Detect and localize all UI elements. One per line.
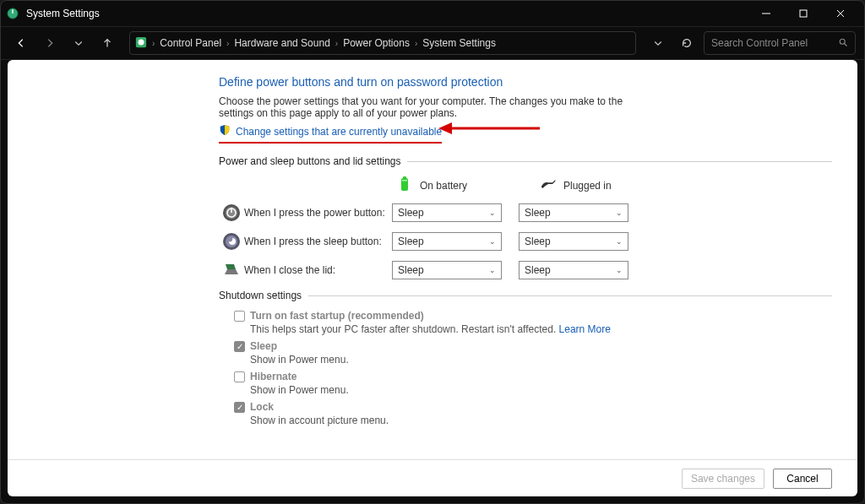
power-battery-select[interactable]: Sleep⌄ — [392, 203, 502, 222]
app-icon — [6, 7, 19, 20]
option-label: Turn on fast startup (recommended) — [250, 310, 424, 322]
option-sub: Show in account picture menu. — [250, 415, 832, 426]
page-heading: Define power buttons and turn on passwor… — [219, 75, 832, 89]
breadcrumb-item[interactable]: System Settings — [422, 37, 496, 49]
svg-point-7 — [139, 39, 144, 45]
svg-rect-1 — [12, 9, 13, 14]
close-button[interactable] — [822, 1, 859, 26]
on-battery-header: On battery — [396, 176, 514, 195]
sleep-button-row: When I press the sleep button: Sleep⌄ Sl… — [219, 232, 832, 251]
content-area: Define power buttons and turn on passwor… — [8, 60, 857, 496]
save-button[interactable]: Save changes — [682, 469, 764, 489]
learn-more-link[interactable]: Learn More — [559, 323, 611, 335]
chevron-right-icon: › — [226, 39, 229, 48]
lid-battery-select[interactable]: Sleep⌄ — [392, 261, 502, 279]
window-title: System Settings — [26, 8, 748, 19]
minimize-button[interactable] — [748, 1, 785, 26]
power-button-icon — [219, 203, 244, 222]
option-sub: This helps start your PC faster after sh… — [250, 323, 556, 335]
recent-dropdown[interactable] — [67, 31, 90, 55]
breadcrumb-item[interactable]: Control Panel — [160, 37, 221, 49]
option-sub: Show in Power menu. — [250, 354, 832, 366]
battery-icon — [396, 176, 413, 195]
chevron-down-icon: ⌄ — [616, 237, 623, 246]
fast-startup-checkbox[interactable] — [234, 311, 245, 322]
chevron-down-icon: ⌄ — [489, 237, 496, 246]
section-legend: Shutdown settings — [219, 290, 302, 301]
up-button[interactable] — [95, 31, 119, 55]
power-plugged-select[interactable]: Sleep⌄ — [519, 203, 628, 222]
lid-row: When I close the lid: Sleep⌄ Sleep⌄ — [219, 261, 832, 279]
svg-rect-12 — [403, 176, 406, 179]
row-label: When I close the lid: — [244, 264, 392, 276]
chevron-down-icon: ⌄ — [489, 266, 496, 274]
navbar: › Control Panel › Hardware and Sound › P… — [1, 26, 864, 60]
divider — [407, 161, 832, 162]
chevron-right-icon: › — [152, 39, 155, 48]
fast-startup-option: Turn on fast startup (recommended) This … — [234, 310, 832, 335]
breadcrumb-item[interactable]: Hardware and Sound — [234, 37, 329, 49]
lid-plugged-select[interactable]: Sleep⌄ — [519, 261, 628, 279]
breadcrumb[interactable]: › Control Panel › Hardware and Sound › P… — [129, 31, 636, 55]
titlebar: System Settings — [1, 1, 864, 26]
plugged-in-header: Plugged in — [540, 176, 658, 195]
sleep-checkbox[interactable]: ✓ — [234, 341, 245, 352]
annotation-arrow — [438, 121, 540, 138]
chevron-right-icon: › — [335, 39, 338, 48]
search-icon — [838, 37, 848, 50]
option-label: Lock — [250, 401, 274, 413]
hibernate-checkbox[interactable] — [234, 371, 245, 382]
shutdown-section: Shutdown settings Turn on fast startup (… — [219, 290, 832, 426]
buttons-lid-section: Power and sleep buttons and lid settings… — [219, 155, 832, 279]
lock-checkbox[interactable]: ✓ — [234, 402, 245, 413]
back-button[interactable] — [9, 31, 33, 55]
section-legend: Power and sleep buttons and lid settings — [219, 155, 400, 167]
maximize-button[interactable] — [785, 1, 822, 26]
change-settings-link[interactable]: Change settings that are currently unava… — [219, 124, 442, 140]
change-settings-label: Change settings that are currently unava… — [236, 126, 442, 138]
sleep-battery-select[interactable]: Sleep⌄ — [392, 232, 502, 251]
svg-point-8 — [840, 39, 845, 44]
cancel-button[interactable]: Cancel — [773, 469, 832, 489]
chevron-right-icon: › — [415, 39, 417, 48]
row-label: When I press the power button: — [244, 207, 392, 219]
lock-option: ✓ Lock Show in account picture menu. — [234, 401, 832, 426]
change-settings-link-wrap: Change settings that are currently unava… — [219, 124, 442, 144]
divider — [308, 295, 832, 296]
search-input[interactable]: Search Control Panel — [704, 31, 856, 55]
footer: Save changes Cancel — [8, 459, 857, 496]
row-label: When I press the sleep button: — [244, 236, 392, 247]
forward-button[interactable] — [38, 31, 62, 55]
sleep-option: ✓ Sleep Show in Power menu. — [234, 340, 832, 366]
option-label: Hibernate — [250, 371, 296, 382]
svg-rect-13 — [402, 180, 407, 182]
option-label: Sleep — [250, 340, 277, 352]
sleep-plugged-select[interactable]: Sleep⌄ — [519, 232, 628, 251]
sleep-button-icon — [219, 232, 244, 251]
chevron-down-icon: ⌄ — [616, 209, 623, 217]
lid-icon — [219, 261, 244, 279]
breadcrumb-item[interactable]: Power Options — [343, 37, 410, 49]
shield-icon — [219, 124, 231, 138]
window: System Settings › Control Panel › Hardwa… — [0, 0, 865, 504]
control-panel-icon — [135, 36, 147, 51]
option-sub: Show in Power menu. — [250, 384, 832, 396]
svg-line-9 — [845, 43, 847, 46]
power-button-row: When I press the power button: Sleep⌄ Sl… — [219, 203, 832, 222]
plug-icon — [540, 176, 557, 195]
svg-rect-3 — [800, 10, 807, 17]
search-placeholder: Search Control Panel — [711, 37, 808, 49]
hibernate-option: Hibernate Show in Power menu. — [234, 371, 832, 396]
refresh-button[interactable] — [675, 31, 699, 55]
page-intro: Choose the power settings that you want … — [219, 95, 641, 119]
chevron-down-icon: ⌄ — [489, 209, 496, 217]
chevron-down-icon: ⌄ — [616, 266, 623, 274]
address-dropdown[interactable] — [646, 31, 670, 55]
